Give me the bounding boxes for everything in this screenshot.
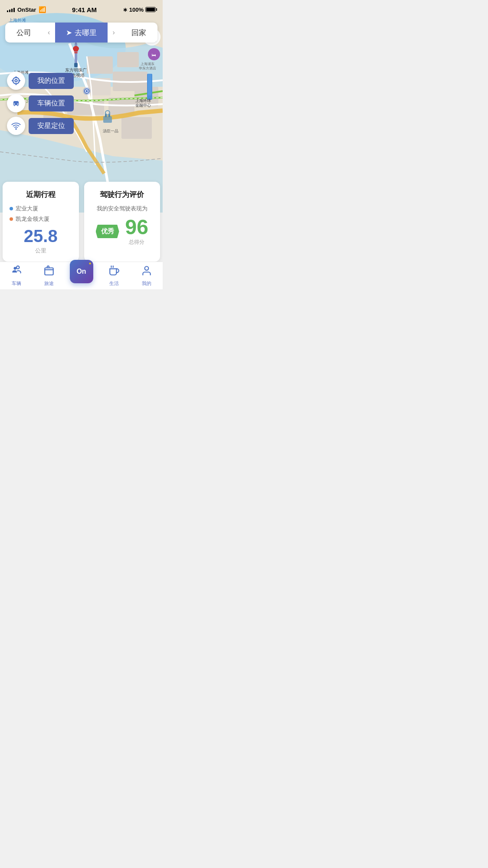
svg-rect-20 [148, 74, 151, 95]
nav-vehicle-icon [11, 265, 22, 279]
svg-text:华东方酒店: 华东方酒店 [139, 66, 156, 70]
status-right: ∗ 100% [123, 7, 156, 13]
vehicle-location-icon-btn[interactable] [7, 94, 25, 112]
svg-rect-48 [45, 268, 53, 275]
svg-rect-17 [74, 63, 78, 67]
carrier-label: OnStar [17, 7, 36, 13]
my-location-label[interactable]: 我的位置 [29, 73, 74, 89]
vehicle-location-row[interactable]: 车辆位置 [7, 94, 74, 112]
trip-to-label: 凯龙金领大厦 [16, 215, 49, 223]
svg-point-49 [144, 266, 148, 270]
trip-from-item: 宏业大厦 [10, 205, 72, 213]
nav-item-life[interactable]: 生活 [98, 265, 130, 287]
battery-fill [146, 8, 155, 11]
svg-point-47 [16, 128, 16, 129]
battery-indicator [145, 7, 156, 12]
nav-life-label: 生活 [109, 280, 119, 287]
nav-profile-label: 我的 [142, 280, 151, 287]
my-location-icon-btn[interactable] [7, 72, 25, 90]
nav-trip-label: 旅途 [44, 280, 54, 287]
map-buttons: 我的位置 车辆位置 安星定位 [7, 72, 74, 135]
trip-from-label: 宏业大厦 [16, 205, 38, 213]
battery-percent: 100% [129, 7, 144, 13]
svg-text:上海环球: 上海环球 [135, 98, 151, 103]
chevron-right-icon[interactable]: › [108, 29, 120, 36]
satellite-location-row[interactable]: 安星定位 [7, 117, 74, 135]
nav-item-vehicle[interactable]: 车辆 [0, 265, 33, 287]
drive-card-title: 驾驶行为评价 [91, 190, 154, 200]
svg-text:🛏: 🛏 [152, 52, 156, 57]
trip-to-item: 凯龙金领大厦 [10, 215, 72, 223]
svg-point-43 [15, 79, 17, 82]
time-display: 9:41 AM [72, 6, 97, 13]
nav-center-button[interactable]: On ★ [70, 260, 93, 283]
drive-score-label: 总得分 [125, 239, 148, 246]
wifi-icon: 📶 [39, 6, 46, 13]
home-button[interactable]: 回家 [120, 28, 157, 38]
drive-subtitle: 我的安全驾驶表现为 [91, 205, 154, 213]
from-dot [10, 207, 13, 210]
company-label: 公司 [16, 28, 31, 38]
nav-vehicle-label: 车辆 [12, 280, 21, 287]
status-left: OnStar 📶 [7, 6, 46, 13]
search-bar[interactable]: 公司 ‹ ➤ 去哪里 › 回家 [5, 23, 157, 43]
chevron-left-icon[interactable]: ‹ [43, 29, 55, 36]
nav-trip-icon [43, 265, 55, 279]
trip-card[interactable]: 近期行程 宏业大厦 凯龙金领大厦 25.8 公里 [3, 182, 79, 262]
go-where-button[interactable]: ➤ 去哪里 [55, 23, 108, 43]
trip-unit: 公里 [10, 247, 72, 255]
drive-score-row: 优秀 96 总得分 [91, 217, 154, 246]
svg-point-45 [14, 103, 15, 105]
nav-profile-icon [141, 265, 152, 279]
home-label: 回家 [131, 28, 146, 38]
trip-distance: 25.8 [10, 226, 72, 246]
nav-life-icon [108, 265, 120, 279]
svg-point-15 [73, 46, 79, 51]
signal-bar-3 [11, 9, 13, 12]
status-bar: OnStar 📶 9:41 AM ∗ 100% [0, 0, 163, 19]
go-where-label: 去哪里 [75, 28, 97, 38]
svg-text:金融中心: 金融中心 [135, 103, 151, 108]
trip-card-title: 近期行程 [10, 190, 72, 200]
svg-rect-14 [74, 52, 78, 53]
company-button[interactable]: 公司 [5, 28, 43, 38]
nav-center-star-icon: ★ [88, 262, 92, 265]
nav-center-text: On [76, 268, 86, 275]
svg-point-46 [17, 103, 19, 105]
vehicle-location-label[interactable]: 车辆位置 [29, 95, 74, 111]
svg-rect-10 [121, 117, 152, 139]
bottom-cards: 近期行程 宏业大厦 凯龙金领大厦 25.8 公里 驾驶行为评价 我的安全驾驶表现… [0, 182, 163, 262]
satellite-location-label[interactable]: 安星定位 [29, 118, 74, 134]
svg-text:汤臣一品: 汤臣一品 [103, 129, 118, 133]
satellite-icon-btn[interactable] [7, 117, 25, 135]
drive-score-number: 96 [125, 217, 148, 238]
nav-item-trip[interactable]: 旅途 [33, 265, 65, 287]
nav-item-profile[interactable]: 我的 [130, 265, 163, 287]
svg-rect-3 [117, 52, 139, 67]
to-dot [10, 217, 13, 221]
bottom-nav: 车辆 旅途 On ★ 生活 [0, 262, 163, 289]
signal-bar-4 [13, 8, 15, 12]
bluetooth-icon: ∗ [123, 7, 128, 13]
svg-point-44 [13, 78, 20, 84]
drive-card[interactable]: 驾驶行为评价 我的安全驾驶表现为 优秀 96 总得分 [84, 182, 160, 262]
my-location-row[interactable]: 我的位置 [7, 72, 74, 90]
navigate-icon: ➤ [66, 28, 72, 37]
signal-bar-1 [7, 10, 8, 12]
signal-bar-2 [9, 10, 10, 12]
svg-rect-33 [103, 116, 112, 123]
svg-point-24 [86, 90, 88, 92]
nav-item-center[interactable]: On ★ [65, 269, 98, 283]
svg-text:上海浦东: 上海浦东 [141, 62, 154, 66]
signal-bars [7, 7, 15, 12]
drive-badge: 优秀 [96, 225, 119, 238]
svg-rect-2 [87, 56, 113, 74]
